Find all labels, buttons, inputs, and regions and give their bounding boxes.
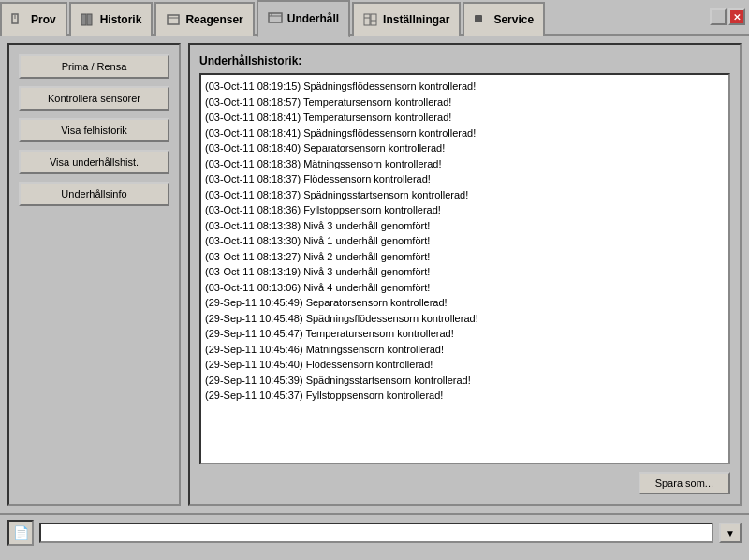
installningar-icon (363, 13, 378, 26)
prov-icon (11, 13, 26, 26)
tab-underhall[interactable]: Underhåll (257, 0, 350, 37)
history-entry: (03-Oct-11 08:18:36) Fyllstoppsensorn ko… (205, 202, 725, 218)
underhallsinfo-button[interactable]: Underhållsinfo (19, 182, 169, 206)
svg-rect-14 (475, 15, 482, 22)
minimize-button[interactable]: _ (710, 8, 727, 25)
underhall-icon (268, 12, 283, 25)
history-entry: (03-Oct-11 08:13:38) Nivå 3 underhåll ge… (205, 218, 725, 234)
tab-historik[interactable]: Historik (69, 2, 154, 36)
visa-felhistorik-button[interactable]: Visa felhistorik (19, 118, 169, 142)
history-entry: (03-Oct-11 08:19:15) Spädningsflödessens… (205, 79, 725, 95)
history-entry: (29-Sep-11 10:45:39) Spädningsstartsenso… (205, 373, 725, 389)
tab-prov-label: Prov (31, 13, 56, 26)
service-icon (474, 13, 489, 26)
svg-rect-7 (269, 13, 282, 22)
svg-rect-5 (168, 15, 179, 24)
history-entry: (03-Oct-11 08:18:40) Separatorsensorn ko… (205, 140, 725, 156)
right-panel: Underhållshistorik: (03-Oct-11 08:19:15)… (188, 43, 742, 506)
status-bar: 📄 ▼ (0, 513, 749, 551)
tab-installningar-label: Inställningar (383, 13, 449, 26)
tab-underhall-label: Underhåll (287, 12, 339, 25)
history-entry: (03-Oct-11 08:18:41) Temperatursensorn k… (205, 110, 725, 125)
history-entry: (03-Oct-11 08:13:19) Nivå 3 underhåll ge… (205, 264, 725, 280)
reagenser-icon (166, 13, 181, 26)
left-panel: Prima / Rensa Kontrollera sensorer Visa … (7, 43, 181, 506)
svg-rect-11 (371, 14, 376, 25)
history-entry: (29-Sep-11 10:45:47) Temperatursensorn k… (205, 326, 725, 342)
history-entry: (03-Oct-11 08:18:37) Spädningsstartsenso… (205, 187, 725, 203)
tab-service[interactable]: Service (463, 2, 545, 36)
history-entry: (29-Sep-11 10:45:40) Flödessensorn kontr… (205, 357, 725, 373)
tab-installningar[interactable]: Inställningar (352, 2, 461, 36)
save-row: Spara som... (199, 472, 730, 494)
history-entry: (29-Sep-11 10:45:48) Spädningsflödessens… (205, 311, 725, 327)
tab-reagenser[interactable]: Reagenser (154, 2, 254, 36)
kontrollera-sensorer-button[interactable]: Kontrollera sensorer (19, 86, 169, 111)
status-icon: 📄 (7, 520, 34, 546)
prima-rensa-button[interactable]: Prima / Rensa (19, 54, 169, 79)
tab-bar: Prov Historik Reagenser Underhåll Instäl… (0, 0, 749, 36)
svg-rect-10 (364, 14, 370, 25)
history-title: Underhållshistorik: (199, 54, 730, 67)
tab-historik-label: Historik (100, 13, 142, 26)
save-as-button[interactable]: Spara som... (639, 472, 730, 494)
tab-prov[interactable]: Prov (0, 2, 67, 36)
history-box-wrapper: (03-Oct-11 08:19:15) Spädningsflödessens… (199, 73, 730, 464)
window-controls: _ ✕ (710, 0, 749, 34)
svg-rect-3 (81, 14, 86, 25)
history-entry: (03-Oct-11 08:13:06) Nivå 4 underhåll ge… (205, 280, 725, 296)
historik-icon (81, 13, 95, 26)
tab-reagenser-label: Reagenser (185, 13, 242, 26)
history-entry: (29-Sep-11 10:45:37) Fyllstoppsensorn ko… (205, 388, 725, 404)
status-dropdown[interactable]: ▼ (719, 523, 742, 543)
visa-underhallshist-button[interactable]: Visa underhållshist. (19, 150, 169, 174)
history-entry: (03-Oct-11 08:13:30) Nivå 1 underhåll ge… (205, 233, 725, 249)
svg-rect-4 (87, 14, 92, 25)
history-entry: (29-Sep-11 10:45:49) Separatorsensorn ko… (205, 295, 725, 311)
history-entry: (29-Sep-11 10:45:46) Mätningssensorn kon… (205, 342, 725, 358)
history-entry: (03-Oct-11 08:18:38) Mätningssensorn kon… (205, 156, 725, 172)
close-button[interactable]: ✕ (728, 8, 745, 25)
main-content: Prima / Rensa Kontrollera sensorer Visa … (0, 36, 749, 513)
history-entry: (03-Oct-11 08:18:37) Flödessensorn kontr… (205, 171, 725, 187)
history-entry: (03-Oct-11 08:13:27) Nivå 2 underhåll ge… (205, 249, 725, 265)
history-box[interactable]: (03-Oct-11 08:19:15) Spädningsflödessens… (199, 73, 730, 464)
history-entry: (03-Oct-11 08:18:57) Temperatursensorn k… (205, 95, 725, 111)
status-text-field[interactable] (39, 523, 713, 543)
tab-service-label: Service (493, 13, 534, 26)
history-entry: (03-Oct-11 08:18:41) Spädningsflödessens… (205, 125, 725, 141)
